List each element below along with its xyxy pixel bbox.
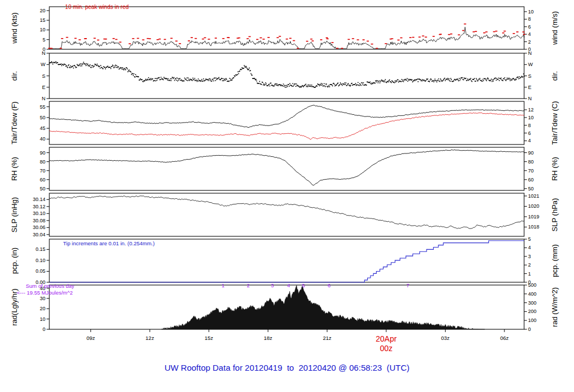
direction-dot bbox=[313, 86, 314, 87]
direction-dot bbox=[293, 86, 294, 87]
peak-wind-marker bbox=[502, 32, 504, 34]
direction-dot bbox=[396, 81, 397, 82]
direction-dot bbox=[482, 81, 483, 82]
ytick-label-left: 50 bbox=[40, 115, 45, 120]
direction-dot bbox=[80, 66, 81, 67]
direction-dot bbox=[133, 75, 134, 76]
direction-dot bbox=[241, 69, 242, 71]
direction-dot bbox=[402, 81, 403, 82]
peak-wind-marker bbox=[433, 36, 435, 37]
direction-dot bbox=[202, 81, 203, 82]
direction-dot bbox=[493, 79, 494, 80]
direction-dot bbox=[372, 82, 373, 83]
peak-wind-marker bbox=[289, 38, 291, 39]
direction-dot bbox=[308, 85, 309, 86]
direction-dot bbox=[298, 86, 299, 87]
direction-dot bbox=[155, 78, 156, 79]
ytick-label-right: 5 bbox=[528, 236, 531, 242]
direction-dot bbox=[285, 85, 286, 86]
direction-dot bbox=[121, 67, 122, 68]
direction-dot bbox=[223, 80, 224, 81]
peak-wind-marker bbox=[188, 40, 190, 41]
direction-dot bbox=[142, 79, 143, 80]
direction-dot bbox=[61, 64, 62, 65]
peak-wind-marker bbox=[367, 41, 369, 42]
direction-dot bbox=[154, 80, 155, 81]
y-axis-title-right: pcp. (mm) bbox=[550, 244, 559, 277]
direction-dot bbox=[113, 66, 114, 67]
direction-dot bbox=[103, 68, 104, 69]
direction-dot bbox=[140, 80, 141, 81]
direction-dot bbox=[459, 78, 460, 79]
direction-dot bbox=[510, 78, 511, 80]
slp-line bbox=[49, 196, 524, 229]
direction-dot bbox=[70, 67, 71, 68]
direction-dot bbox=[216, 79, 217, 80]
direction-dot bbox=[438, 78, 439, 80]
direction-dot bbox=[383, 82, 385, 83]
direction-dot bbox=[269, 84, 270, 85]
peak-wind-marker bbox=[331, 42, 334, 43]
peak-wind-marker bbox=[464, 24, 466, 25]
direction-dot bbox=[152, 78, 154, 80]
direction-dot bbox=[516, 77, 517, 78]
ytick-label-right: 70 bbox=[528, 168, 534, 174]
direction-dot bbox=[275, 83, 276, 85]
direction-dot bbox=[380, 81, 381, 82]
direction-dot bbox=[116, 65, 117, 66]
direction-dot bbox=[110, 68, 112, 69]
direction-dot bbox=[232, 80, 233, 81]
direction-dot bbox=[359, 85, 360, 86]
peak-wind-marker bbox=[156, 39, 159, 40]
direction-dot bbox=[119, 68, 121, 69]
direction-dot bbox=[398, 82, 399, 83]
peak-wind-marker bbox=[94, 38, 96, 39]
direction-dot bbox=[143, 81, 144, 82]
weather-dashboard: 051015200246810wind (kts)wind (m/s)10 mi… bbox=[0, 0, 574, 392]
direction-dot bbox=[135, 74, 136, 75]
direction-dot bbox=[222, 80, 223, 81]
direction-dot bbox=[487, 78, 488, 80]
direction-dot bbox=[215, 80, 216, 81]
peak-wind-marker bbox=[175, 41, 178, 42]
direction-dot bbox=[441, 80, 442, 81]
direction-dot bbox=[242, 67, 243, 68]
direction-dot bbox=[100, 68, 101, 69]
direction-dot bbox=[443, 80, 444, 81]
direction-dot bbox=[81, 63, 82, 64]
direction-dot bbox=[283, 86, 284, 87]
direction-dot bbox=[318, 84, 320, 85]
direction-dot bbox=[488, 78, 489, 80]
peak-wind-marker bbox=[312, 40, 314, 41]
direction-dot bbox=[73, 68, 74, 69]
direction-dot bbox=[522, 77, 524, 78]
ytick-label-right: 0 bbox=[528, 326, 531, 332]
direction-dot bbox=[216, 78, 217, 79]
direction-dot bbox=[105, 68, 106, 69]
y-axis-title-left: wind (kts) bbox=[10, 12, 18, 44]
direction-dot bbox=[463, 80, 464, 81]
direction-dot bbox=[381, 80, 382, 81]
peak-wind-marker bbox=[306, 41, 308, 42]
direction-dot bbox=[85, 64, 86, 65]
ytick-label-right: 1021 bbox=[528, 193, 539, 199]
peak-wind-marker bbox=[418, 36, 420, 38]
direction-dot bbox=[344, 84, 345, 85]
direction-dot bbox=[140, 78, 141, 80]
direction-dot bbox=[132, 73, 133, 74]
direction-dot bbox=[138, 76, 139, 77]
direction-dot bbox=[509, 78, 510, 80]
ytick-label-right: 8 bbox=[528, 123, 531, 128]
xtick-label: 15z bbox=[205, 335, 214, 341]
direction-dot bbox=[436, 81, 437, 82]
direction-dot bbox=[286, 85, 288, 86]
direction-dot bbox=[201, 81, 202, 82]
direction-dot bbox=[378, 82, 379, 83]
direction-dot bbox=[127, 71, 128, 72]
direction-dot bbox=[229, 78, 230, 79]
peak-wind-marker bbox=[279, 36, 281, 37]
solar-radiation-area bbox=[161, 286, 484, 330]
direction-dot bbox=[355, 84, 356, 85]
ytick-label-left: 45 bbox=[40, 125, 45, 131]
direction-dot bbox=[388, 82, 389, 83]
